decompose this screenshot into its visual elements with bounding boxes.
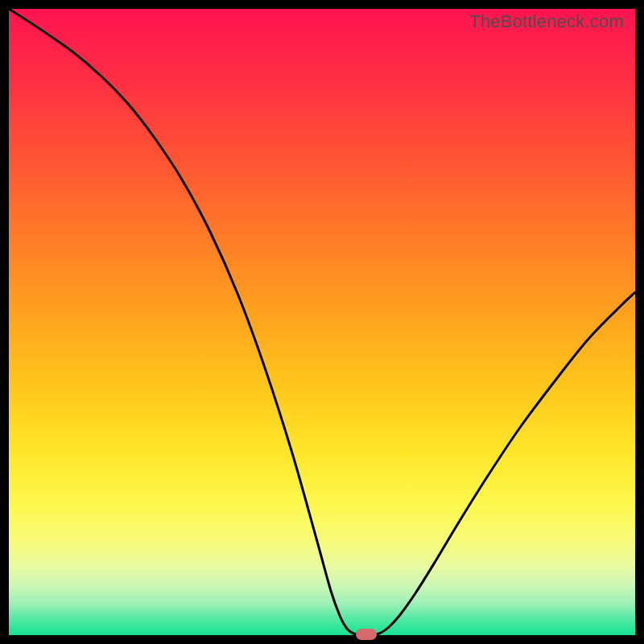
watermark-text: TheBottleneck.com [469,11,624,32]
optimal-marker [356,629,377,640]
bottleneck-curve [9,9,635,635]
chart-frame: TheBottleneck.com [0,0,644,644]
chart-plot-area: TheBottleneck.com [9,9,635,635]
